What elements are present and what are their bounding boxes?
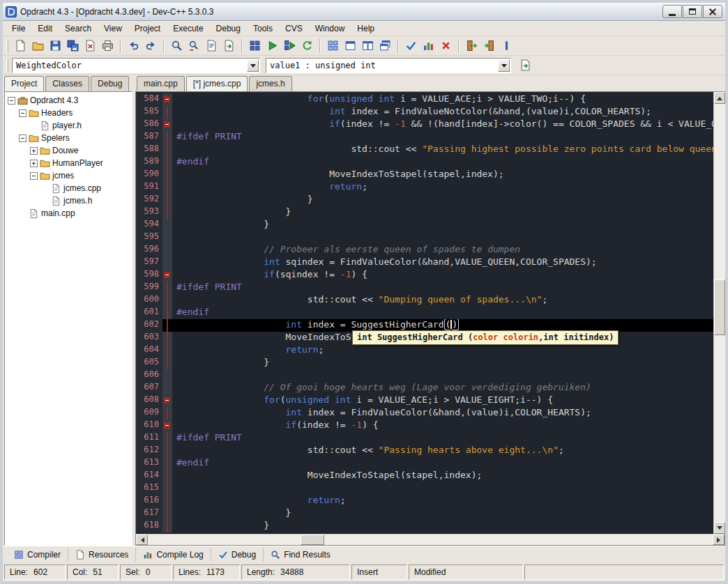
code-line-609[interactable]: 609 int index = FindValueColor(&hand,(va… — [136, 407, 713, 420]
line-number[interactable]: 602 — [136, 319, 162, 332]
code-line-593[interactable]: 593 } — [136, 206, 713, 219]
line-number[interactable]: 595 — [136, 231, 162, 244]
chevron-down-icon[interactable] — [498, 59, 510, 72]
pause-button[interactable] — [498, 38, 515, 54]
abort-compile-button[interactable] — [437, 38, 455, 54]
compile-button[interactable] — [246, 38, 264, 54]
tree-item-douwe[interactable]: Douwe — [5, 144, 132, 157]
tree-item-spelers[interactable]: Spelers — [5, 132, 132, 144]
code-line-585[interactable]: 585 int index = FindValueNotColor(&hand,… — [136, 106, 713, 118]
menu-cvs[interactable]: CVS — [279, 22, 309, 36]
save-button[interactable] — [47, 38, 64, 54]
code-line-594[interactable]: 594 } — [136, 219, 713, 231]
close-file-button[interactable] — [82, 38, 99, 54]
tree-item-player-h[interactable]: player.h — [5, 119, 132, 132]
tree-item-jcmes[interactable]: jcmes — [5, 169, 132, 182]
code-line-606[interactable]: 606 — [136, 369, 713, 382]
tree-item-headers[interactable]: Headers — [5, 107, 132, 119]
line-number[interactable]: 603 — [136, 332, 162, 344]
close-button[interactable] — [703, 5, 722, 18]
menu-help[interactable]: Help — [351, 22, 381, 36]
compile-and-run-button[interactable] — [281, 38, 298, 54]
menu-tools[interactable]: Tools — [247, 22, 279, 36]
code-line-600[interactable]: 600 std::cout << "Dumping queen of spade… — [136, 294, 713, 307]
line-number[interactable]: 599 — [136, 282, 162, 294]
maximize-button[interactable] — [683, 5, 702, 18]
titlebar[interactable]: Opdracht 4.3 - [Opdracht 4.3.dev] - Dev-… — [3, 3, 725, 21]
fold-collapse-marker[interactable] — [162, 394, 172, 407]
line-number[interactable]: 612 — [136, 445, 162, 457]
replace-button[interactable] — [185, 38, 203, 54]
fold-collapse-marker[interactable] — [162, 269, 172, 282]
menu-debug[interactable]: Debug — [210, 22, 247, 36]
undo-button[interactable] — [125, 38, 142, 54]
line-number[interactable]: 615 — [136, 482, 162, 495]
code-line-614[interactable]: 614 MoveIndexToStapel(stapel,index); — [136, 470, 713, 482]
code-line-601[interactable]: 601#endif — [136, 307, 713, 319]
report-tab-compiler[interactable]: Compiler — [7, 548, 68, 562]
menu-search[interactable]: Search — [59, 22, 98, 36]
editor-hscrollbar[interactable] — [135, 534, 725, 546]
code-line-618[interactable]: 618 } — [136, 520, 713, 532]
line-number[interactable]: 605 — [136, 357, 162, 369]
hscroll-track[interactable] — [148, 535, 713, 545]
line-number[interactable]: 594 — [136, 219, 162, 231]
goto-declaration-button[interactable] — [517, 57, 534, 74]
toolbar-gripper[interactable] — [6, 59, 8, 72]
code-line-597[interactable]: 597 int sqindex = FindValueColor(&hand,V… — [136, 256, 713, 269]
code-line-587[interactable]: 587#ifdef PRINT — [136, 131, 713, 144]
run-button[interactable] — [264, 38, 281, 54]
code-line-586[interactable]: 586 if(index != -1 && !(hand[index]->col… — [136, 118, 713, 131]
line-number[interactable]: 597 — [136, 256, 162, 269]
code-line-596[interactable]: 596 // Probeer als eerste queen of spade… — [136, 244, 713, 256]
editor-tab-jcmes-cpp[interactable]: [*] jcmes.cpp — [186, 76, 248, 91]
line-number[interactable]: 587 — [136, 131, 162, 144]
find-button[interactable] — [168, 38, 185, 54]
tree-item-humanplayer[interactable]: HumanPlayer — [5, 157, 132, 169]
editor-vscrollbar[interactable] — [713, 92, 725, 534]
line-number[interactable]: 584 — [136, 93, 162, 106]
new-source-button[interactable] — [12, 38, 29, 54]
line-number[interactable]: 613 — [136, 457, 162, 470]
scroll-down-button[interactable] — [714, 522, 725, 534]
line-number[interactable]: 617 — [136, 507, 162, 520]
menu-project[interactable]: Project — [128, 22, 167, 36]
cascade-windows-button[interactable] — [377, 38, 394, 54]
line-number[interactable]: 590 — [136, 169, 162, 181]
report-tab-debug[interactable]: Debug — [211, 548, 263, 562]
collapse-icon[interactable] — [30, 172, 38, 180]
collapse-icon[interactable] — [19, 135, 26, 142]
code-line-615[interactable]: 615 — [136, 482, 713, 495]
fold-collapse-marker[interactable] — [162, 93, 172, 106]
menu-execute[interactable]: Execute — [167, 22, 209, 36]
code-area[interactable]: 584 for(unsigned int i = VALUE_ACE;i > V… — [136, 92, 713, 534]
scroll-up-button[interactable] — [714, 92, 725, 104]
code-line-612[interactable]: 612 std::cout << "Passing hearts above e… — [136, 445, 713, 457]
redo-button[interactable] — [142, 38, 160, 54]
code-editor[interactable]: 584 for(unsigned int i = VALUE_ACE;i > V… — [135, 91, 725, 534]
panel-tab-debug[interactable]: Debug — [91, 76, 129, 91]
chevron-down-icon[interactable] — [247, 59, 259, 72]
line-number[interactable]: 591 — [136, 181, 162, 194]
code-line-607[interactable]: 607 // Of gooi hoge hearts weg (Lage voo… — [136, 382, 713, 394]
expand-icon[interactable] — [30, 147, 38, 155]
line-number[interactable]: 618 — [136, 520, 162, 532]
line-number[interactable]: 601 — [136, 307, 162, 319]
panel-tab-classes[interactable]: Classes — [45, 76, 89, 91]
collapse-icon[interactable] — [19, 109, 26, 117]
open-button[interactable] — [29, 38, 47, 54]
code-line-588[interactable]: 588 std::cout << "Passing highest possib… — [136, 144, 713, 156]
vscroll-thumb[interactable] — [714, 279, 725, 335]
tile-windows-button[interactable] — [359, 38, 377, 54]
report-tab-find-results[interactable]: Find Results — [263, 548, 338, 562]
line-number[interactable]: 588 — [136, 144, 162, 156]
new-window-button[interactable] — [342, 38, 359, 54]
step-into-button[interactable] — [480, 38, 498, 54]
rebuild-button[interactable] — [298, 38, 316, 54]
tree-item-main-cpp[interactable]: main.cpp — [5, 207, 132, 220]
line-number[interactable]: 609 — [136, 407, 162, 420]
editor-tab-jcmes-h[interactable]: jcmes.h — [249, 76, 291, 91]
code-line-591[interactable]: 591 return; — [136, 181, 713, 194]
line-number[interactable]: 592 — [136, 194, 162, 206]
menu-window[interactable]: Window — [309, 22, 351, 36]
